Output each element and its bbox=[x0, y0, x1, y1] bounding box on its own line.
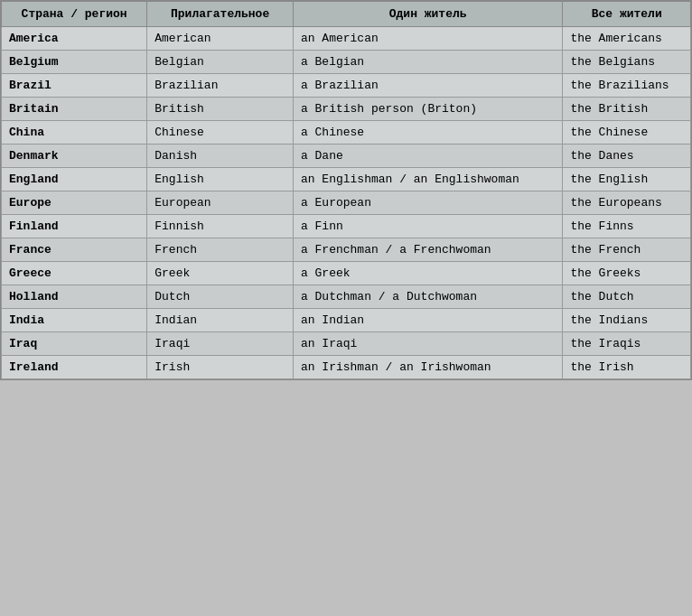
cell-12-3: the Indians bbox=[563, 309, 691, 332]
table-row: EnglandEnglishan Englishman / an English… bbox=[2, 168, 691, 191]
cell-2-2: a Brazilian bbox=[293, 74, 562, 98]
cell-10-1: Greek bbox=[147, 262, 294, 285]
table-row: BrazilBraziliana Brazilianthe Brazilians bbox=[2, 74, 691, 98]
table-row: FranceFrencha Frenchman / a Frenchwomant… bbox=[2, 238, 691, 262]
cell-2-0: Brazil bbox=[2, 74, 147, 98]
nationalities-table: Страна / регион Прилагательное Один жите… bbox=[1, 1, 691, 379]
table-row: IraqIraqian Iraqithe Iraqis bbox=[2, 332, 691, 356]
cell-14-3: the Irish bbox=[563, 356, 691, 379]
cell-10-2: a Greek bbox=[293, 262, 562, 285]
table-row: ChinaChinesea Chinesethe Chinese bbox=[2, 121, 691, 145]
cell-11-3: the Dutch bbox=[563, 285, 691, 309]
cell-6-2: an Englishman / an Englishwoman bbox=[293, 168, 562, 191]
cell-7-2: a European bbox=[293, 191, 562, 215]
cell-1-3: the Belgians bbox=[563, 51, 691, 74]
cell-6-1: English bbox=[147, 168, 294, 191]
cell-3-1: British bbox=[147, 98, 294, 121]
cell-5-2: a Dane bbox=[293, 145, 562, 168]
cell-9-2: a Frenchman / a Frenchwoman bbox=[293, 238, 562, 262]
cell-4-3: the Chinese bbox=[563, 121, 691, 145]
table-row: AmericaAmericanan Americanthe Americans bbox=[2, 27, 691, 51]
cell-8-2: a Finn bbox=[293, 215, 562, 238]
cell-8-1: Finnish bbox=[147, 215, 294, 238]
cell-6-3: the English bbox=[563, 168, 691, 191]
cell-14-2: an Irishman / an Irishwoman bbox=[293, 356, 562, 379]
cell-11-1: Dutch bbox=[147, 285, 294, 309]
cell-0-1: American bbox=[147, 27, 294, 51]
cell-3-2: a British person (Briton) bbox=[293, 98, 562, 121]
cell-1-0: Belgium bbox=[2, 51, 147, 74]
cell-13-0: Iraq bbox=[2, 332, 147, 356]
cell-13-3: the Iraqis bbox=[563, 332, 691, 356]
cell-13-2: an Iraqi bbox=[293, 332, 562, 356]
cell-9-3: the French bbox=[563, 238, 691, 262]
cell-9-0: France bbox=[2, 238, 147, 262]
cell-7-3: the Europeans bbox=[563, 191, 691, 215]
table-row: BritainBritisha British person (Briton)t… bbox=[2, 98, 691, 121]
cell-9-1: French bbox=[147, 238, 294, 262]
col-header-country: Страна / регион bbox=[2, 2, 147, 27]
col-header-one-resident: Один житель bbox=[293, 2, 562, 27]
cell-8-0: Finland bbox=[2, 215, 147, 238]
table-row: HollandDutcha Dutchman / a Dutchwomanthe… bbox=[2, 285, 691, 309]
cell-5-3: the Danes bbox=[563, 145, 691, 168]
cell-14-0: Ireland bbox=[2, 356, 147, 379]
cell-3-0: Britain bbox=[2, 98, 147, 121]
cell-5-0: Denmark bbox=[2, 145, 147, 168]
cell-1-2: a Belgian bbox=[293, 51, 562, 74]
table-row: IndiaIndianan Indianthe Indians bbox=[2, 309, 691, 332]
cell-0-2: an American bbox=[293, 27, 562, 51]
table-row: BelgiumBelgiana Belgianthe Belgians bbox=[2, 51, 691, 74]
cell-3-3: the British bbox=[563, 98, 691, 121]
cell-12-1: Indian bbox=[147, 309, 294, 332]
header-row: Страна / регион Прилагательное Один жите… bbox=[2, 2, 691, 27]
cell-8-3: the Finns bbox=[563, 215, 691, 238]
table-body: AmericaAmericanan Americanthe AmericansB… bbox=[2, 27, 691, 379]
table-row: DenmarkDanisha Danethe Danes bbox=[2, 145, 691, 168]
cell-12-2: an Indian bbox=[293, 309, 562, 332]
cell-12-0: India bbox=[2, 309, 147, 332]
col-header-all-residents: Все жители bbox=[563, 2, 691, 27]
cell-1-1: Belgian bbox=[147, 51, 294, 74]
cell-2-3: the Brazilians bbox=[563, 74, 691, 98]
table-row: IrelandIrishan Irishman / an Irishwomant… bbox=[2, 356, 691, 379]
cell-13-1: Iraqi bbox=[147, 332, 294, 356]
cell-4-2: a Chinese bbox=[293, 121, 562, 145]
cell-7-0: Europe bbox=[2, 191, 147, 215]
cell-6-0: England bbox=[2, 168, 147, 191]
cell-2-1: Brazilian bbox=[147, 74, 294, 98]
cell-10-3: the Greeks bbox=[563, 262, 691, 285]
table-row: EuropeEuropeana Europeanthe Europeans bbox=[2, 191, 691, 215]
cell-4-1: Chinese bbox=[147, 121, 294, 145]
cell-4-0: China bbox=[2, 121, 147, 145]
cell-11-2: a Dutchman / a Dutchwoman bbox=[293, 285, 562, 309]
cell-14-1: Irish bbox=[147, 356, 294, 379]
cell-10-0: Greece bbox=[2, 262, 147, 285]
cell-0-0: America bbox=[2, 27, 147, 51]
cell-11-0: Holland bbox=[2, 285, 147, 309]
cell-5-1: Danish bbox=[147, 145, 294, 168]
cell-7-1: European bbox=[147, 191, 294, 215]
main-container: Страна / регион Прилагательное Один жите… bbox=[0, 0, 692, 380]
col-header-adjective: Прилагательное bbox=[147, 2, 294, 27]
cell-0-3: the Americans bbox=[563, 27, 691, 51]
table-row: FinlandFinnisha Finnthe Finns bbox=[2, 215, 691, 238]
table-row: GreeceGreeka Greekthe Greeks bbox=[2, 262, 691, 285]
